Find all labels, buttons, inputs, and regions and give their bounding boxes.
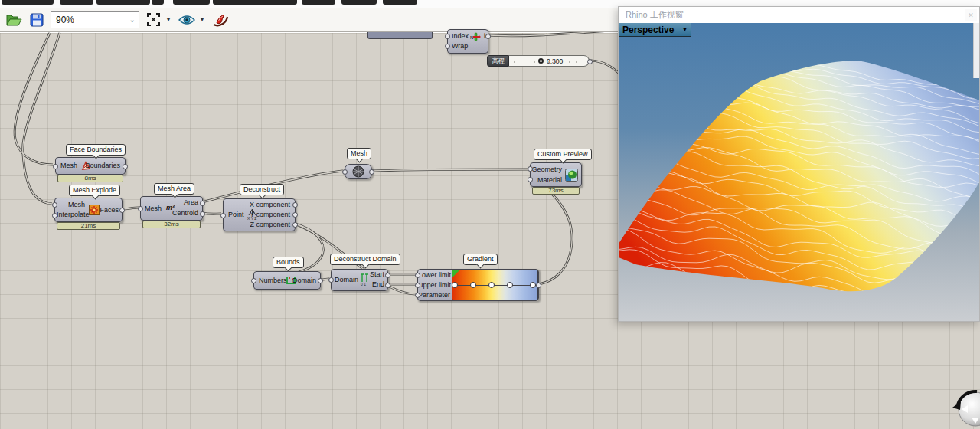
input-grip[interactable]: [251, 278, 256, 283]
output-grip[interactable]: [292, 222, 298, 228]
node-gradient[interactable]: Lower limit Upper limit Parameter: [417, 269, 539, 301]
input-grip[interactable]: [415, 293, 420, 298]
gradient-grip[interactable]: [507, 282, 513, 288]
eye-icon: [178, 15, 195, 25]
input-grip[interactable]: [445, 44, 450, 49]
output-grip[interactable]: [536, 283, 541, 288]
menu-tab[interactable]: [96, 0, 150, 5]
output-start: Start: [370, 270, 384, 279]
menu-tab[interactable]: [383, 0, 417, 5]
viewport-tab[interactable]: Perspective ▼: [619, 23, 691, 37]
output-grip[interactable]: [122, 164, 128, 169]
paintbrush-icon: [212, 12, 229, 28]
zoom-options-arrow[interactable]: ▾: [167, 16, 173, 23]
menu-tab[interactable]: [213, 0, 297, 5]
number-slider[interactable]: 高程 0.300: [487, 55, 590, 67]
input-grip[interactable]: [328, 277, 334, 283]
view-compass[interactable]: [948, 386, 980, 429]
perspective-viewport[interactable]: Perspective ▼: [619, 23, 979, 321]
tooltip-custom-preview: Custom Preview: [534, 149, 592, 160]
preview-toggle-button[interactable]: [178, 11, 196, 29]
menu-tab[interactable]: [302, 0, 335, 5]
menu-tab[interactable]: [2, 0, 54, 5]
open-file-button[interactable]: [5, 11, 23, 29]
output-grip[interactable]: [119, 208, 125, 213]
runtime-badge: 21ms: [57, 222, 120, 230]
output-grip[interactable]: [369, 169, 374, 175]
gradient-grip[interactable]: [488, 282, 495, 288]
menu-tab[interactable]: [173, 0, 210, 5]
gradient-grip[interactable]: [452, 282, 458, 288]
input-grip[interactable]: [342, 169, 348, 175]
input-grip[interactable]: [528, 177, 533, 182]
output-grip[interactable]: [385, 283, 390, 288]
mesh-param-icon: [352, 165, 364, 178]
slider-knob[interactable]: [538, 58, 544, 64]
slider-track[interactable]: 0.300: [509, 55, 590, 67]
output-grip[interactable]: [200, 211, 205, 217]
output-domain: Domain: [292, 277, 316, 285]
output-x-component: X component: [250, 201, 290, 209]
close-icon[interactable]: ✕: [965, 9, 977, 21]
node-deconstruct-domain[interactable]: Domain 0 1 Start End: [331, 269, 388, 291]
output-grip[interactable]: [587, 59, 593, 64]
node-index-wrap[interactable]: Index Wrap N i: [447, 29, 488, 54]
input-domain: Domain: [335, 276, 358, 284]
input-material: Material: [531, 176, 562, 185]
custom-preview-icon: [565, 169, 578, 182]
runtime-badge: 73ms: [532, 187, 580, 195]
input-grip[interactable]: [220, 213, 226, 218]
tooltip-face-boundaries: Face Boundaries: [66, 144, 126, 156]
input-lower-limit: Lower limit: [418, 271, 449, 280]
zoom-level-dropdown[interactable]: 90% ⌄: [51, 11, 139, 28]
rhino-viewport-window[interactable]: Rhino 工作视窗 ✕ Perspective ▼: [618, 6, 980, 322]
output-grip[interactable]: [292, 212, 298, 218]
input-mesh: Mesh: [60, 162, 77, 170]
output-grip[interactable]: [318, 278, 323, 283]
input-upper-limit: Upper limit: [418, 281, 449, 290]
zoom-level-value: 90%: [56, 15, 74, 25]
save-file-button[interactable]: [28, 11, 46, 29]
input-grip[interactable]: [528, 166, 533, 172]
node-mesh-param[interactable]: [345, 164, 372, 179]
node-custom-preview[interactable]: Geometry Material 73ms: [530, 162, 582, 187]
svg-text:0 1: 0 1: [361, 282, 366, 287]
node-deconstruct[interactable]: Point X Y Z X component Y component Z co…: [223, 198, 296, 231]
menu-tab[interactable]: [152, 0, 164, 5]
output-grip[interactable]: [485, 34, 491, 39]
gradient-editor[interactable]: [452, 270, 538, 300]
output-grip[interactable]: [200, 201, 205, 206]
input-grip[interactable]: [52, 213, 57, 218]
input-grip[interactable]: [53, 164, 58, 169]
grasshopper-app: { "toolbar": { "zoom_value": "90%" }, "g…: [0, 0, 980, 429]
menu-tab[interactable]: [60, 0, 93, 5]
menu-tab[interactable]: [341, 0, 377, 5]
input-grip[interactable]: [52, 202, 57, 208]
node-face-boundaries[interactable]: Mesh Boundaries 8ms: [55, 157, 126, 175]
node-mesh-explode[interactable]: Mesh Interpolate Faces 21ms: [54, 198, 122, 222]
tooltip-deconstruct: Deconstruct: [240, 184, 284, 195]
preview-options-arrow[interactable]: ▾: [201, 16, 207, 23]
gradient-grip[interactable]: [470, 282, 476, 288]
node-bounds[interactable]: Numbers Domain: [253, 271, 321, 290]
output-y-component: Y component: [250, 211, 290, 219]
zoom-extents-button[interactable]: [144, 11, 162, 29]
input-parameter: Parameter: [418, 291, 449, 300]
input-grip[interactable]: [415, 273, 420, 278]
input-grip[interactable]: [415, 283, 420, 288]
cropped-node[interactable]: [368, 32, 433, 39]
draw-mode-button[interactable]: [211, 11, 230, 29]
node-mesh-area[interactable]: Mesh m² Area Centroid 32ms: [140, 196, 203, 221]
input-index: Index: [452, 32, 469, 41]
input-grip[interactable]: [445, 34, 450, 39]
gradient-corner-flag: [452, 270, 459, 277]
viewport-tab-arrow-icon[interactable]: ▼: [678, 26, 691, 33]
window-title-bar[interactable]: Rhino 工作视窗: [619, 7, 979, 23]
output-grip[interactable]: [292, 202, 298, 208]
tooltip-bounds: Bounds: [273, 257, 304, 268]
terrain-render: [619, 23, 979, 321]
input-grip[interactable]: [138, 206, 143, 211]
output-grip[interactable]: [385, 273, 390, 278]
slider-label: 高程: [487, 55, 509, 67]
tooltip-mesh-area: Mesh Area: [154, 183, 194, 195]
